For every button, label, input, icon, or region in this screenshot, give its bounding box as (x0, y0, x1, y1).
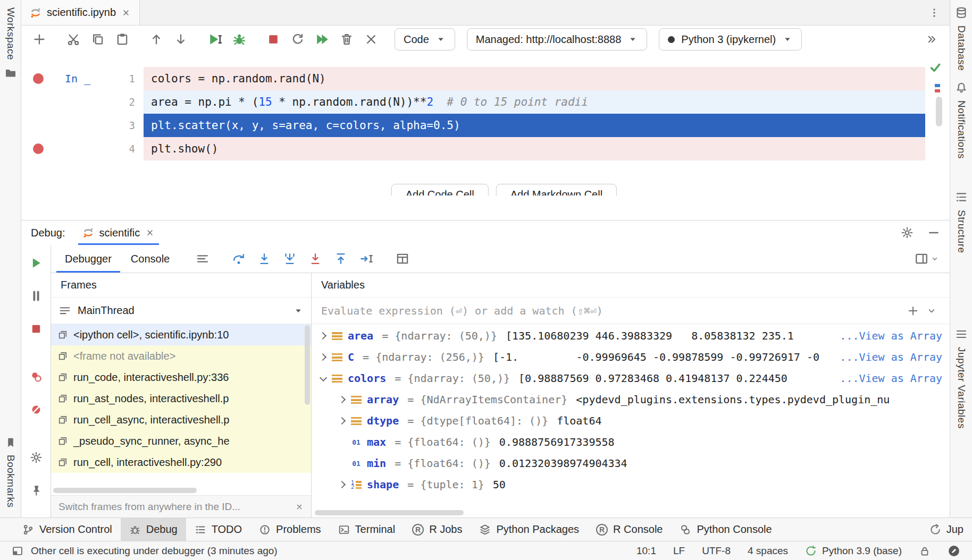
close-icon[interactable] (145, 228, 155, 237)
toolwindow-button-r-console[interactable]: RR Console (588, 518, 671, 541)
add-cell-button[interactable] (28, 28, 51, 51)
chevron-down-icon[interactable] (926, 306, 937, 316)
close-icon[interactable] (121, 8, 131, 18)
add-code-cell-button[interactable]: Add Code Cell (391, 184, 489, 196)
gutter-breakpoint-area[interactable] (21, 114, 55, 137)
sidebar-item-workspace[interactable]: Workspace (4, 0, 17, 79)
copy-cell-button[interactable] (86, 28, 110, 51)
toolwindow-button-jup[interactable]: Jup (921, 518, 972, 541)
delete-cell-button[interactable] (335, 28, 358, 51)
edit-mode-icon[interactable] (948, 545, 960, 557)
window-icon[interactable] (12, 545, 23, 557)
paste-cell-button[interactable] (111, 28, 134, 51)
toolwindow-button-version-control[interactable]: Version Control (14, 518, 121, 541)
step-into-my-code-button[interactable] (278, 247, 301, 270)
frame-row[interactable]: run_code, interactiveshell.py:336 (51, 367, 311, 388)
frame-row[interactable]: <frame not available> (51, 345, 311, 367)
chevron-right-icon[interactable] (336, 414, 349, 427)
minimize-icon[interactable] (927, 226, 940, 239)
add-markdown-cell-button[interactable]: Add Markdown Cell (496, 184, 617, 196)
variable-row[interactable]: dtype = {dtype[float64]: ()} float64 (312, 410, 950, 431)
layout-menu-button[interactable] (191, 247, 214, 270)
chevron-right-icon[interactable] (317, 329, 330, 342)
code-line-2[interactable]: area = np.pi * (15 * np.random.rand(N))*… (144, 90, 925, 114)
gutter-breakpoint-area[interactable] (21, 137, 55, 160)
toolwindow-button-terminal[interactable]: Terminal (330, 518, 404, 541)
restart-kernel-button[interactable] (286, 28, 309, 51)
gutter-breakpoint-area[interactable] (21, 90, 55, 114)
sidebar-item-database[interactable]: Database (955, 6, 968, 71)
breakpoint-icon[interactable] (33, 143, 44, 154)
tab-options-button[interactable] (928, 0, 950, 25)
breakpoint-icon[interactable] (33, 73, 44, 84)
view-breakpoints-button[interactable] (24, 365, 48, 388)
cut-cell-button[interactable] (62, 28, 85, 51)
toolwindow-button-r-jobs[interactable]: RR Jobs (404, 518, 471, 541)
variable-row[interactable]: 01max = {float64: ()} 0.9888756917339558 (312, 431, 950, 453)
layout-settings-button[interactable] (915, 252, 944, 266)
cell-type-dropdown[interactable]: Code (395, 28, 455, 50)
view-as-array-link[interactable]: ...View as Array (840, 329, 950, 342)
chevron-right-icon[interactable] (317, 351, 330, 363)
variable-row[interactable]: array = {NdArrayItemsContainer} <pydevd_… (312, 389, 950, 410)
variable-row[interactable]: C = {ndarray: (256,)} [-1. -0.99969645 -… (312, 346, 950, 368)
toolwindow-button-python-console[interactable]: Python Console (671, 518, 780, 541)
frame-row[interactable]: <ipython cell>, scientific.ipynb:10 (51, 324, 311, 345)
run-all-cells-button[interactable] (311, 28, 334, 51)
move-cell-up-button[interactable] (145, 28, 168, 51)
resume-button[interactable] (24, 251, 48, 275)
chevron-right-icon[interactable] (336, 478, 349, 491)
gear-icon[interactable] (901, 226, 914, 239)
shutdown-kernel-button[interactable] (359, 28, 383, 51)
frame-row[interactable]: run_ast_nodes, interactiveshell.p (51, 388, 311, 409)
debug-cell-button[interactable] (228, 28, 251, 51)
tab-console[interactable]: Console (122, 245, 178, 273)
run-to-cursor-button[interactable] (355, 247, 378, 270)
sidebar-item-notifications[interactable]: Notifications (955, 81, 968, 159)
indent-widget[interactable]: 4 spaces (748, 545, 788, 557)
code-line-1[interactable]: colors = np.random.rand(N) (144, 67, 925, 90)
step-over-button[interactable] (227, 247, 250, 270)
sidebar-item-jupyter-variables[interactable]: Jupyter Variables (955, 328, 968, 429)
tab-debugger[interactable]: Debugger (56, 245, 120, 273)
jupyter-server-dropdown[interactable]: Managed: http://localhost:8888 (467, 28, 648, 50)
add-watch-icon[interactable] (907, 305, 919, 317)
more-actions-button[interactable] (920, 28, 943, 51)
gutter-breakpoint-area[interactable] (21, 67, 55, 90)
force-step-into-button[interactable] (304, 247, 327, 270)
frame-row[interactable]: run_cell, interactiveshell.py:290 (51, 452, 311, 473)
toolwindow-button-todo[interactable]: TODO (186, 518, 250, 541)
variable-row[interactable]: area = {ndarray: (50,)} [135.10680239 44… (312, 325, 950, 346)
debug-session-tab[interactable]: scientific (78, 220, 160, 245)
sidebar-item-bookmarks[interactable]: Bookmarks (5, 437, 16, 517)
sidebar-item-structure[interactable]: Structure (955, 191, 968, 253)
run-cell-button[interactable] (203, 28, 227, 51)
line-separator-widget[interactable]: LF (673, 545, 685, 557)
close-icon[interactable] (295, 503, 304, 511)
code-line-4[interactable]: plt.show() (144, 137, 925, 160)
variable-row[interactable]: shape = {tuple: 1} 50 (312, 474, 950, 495)
lock-icon[interactable] (919, 545, 931, 557)
toolwindow-button-debug[interactable]: Debug (121, 518, 186, 541)
chevron-right-icon[interactable] (336, 393, 349, 406)
variable-row[interactable]: colors = {ndarray: (50,)} [0.98887569 0.… (312, 368, 950, 389)
inspections-ok-icon[interactable] (928, 61, 942, 74)
toolwindow-button-problems[interactable]: Problems (250, 518, 329, 541)
caret-position-widget[interactable]: 10:1 (636, 545, 656, 557)
step-into-button[interactable] (253, 247, 276, 270)
code-line-3[interactable]: plt.scatter(x, y, s=area, c=colors, alph… (144, 114, 925, 137)
interrupt-kernel-button[interactable] (262, 28, 285, 51)
move-cell-down-button[interactable] (169, 28, 192, 51)
view-as-array-link[interactable]: ...View as Array (840, 351, 950, 363)
kernel-dropdown[interactable]: Python 3 (ipykernel) (659, 28, 802, 50)
pause-button[interactable] (24, 284, 48, 308)
variable-row[interactable]: 01min = {float64: ()} 0.0123203989749043… (312, 453, 950, 474)
toolwindow-button-python-packages[interactable]: Python Packages (471, 518, 588, 541)
tab-scientific-ipynb[interactable]: scientific.ipynb (21, 0, 140, 25)
editor-scrollbar[interactable] (936, 97, 942, 126)
frames-vertical-scrollbar[interactable] (305, 325, 310, 405)
encoding-widget[interactable]: UTF-8 (702, 545, 731, 557)
frames-horizontal-scrollbar[interactable] (53, 488, 197, 493)
chevron-down-icon[interactable] (317, 372, 330, 385)
frame-row[interactable]: _pseudo_sync_runner, async_he (51, 430, 311, 452)
